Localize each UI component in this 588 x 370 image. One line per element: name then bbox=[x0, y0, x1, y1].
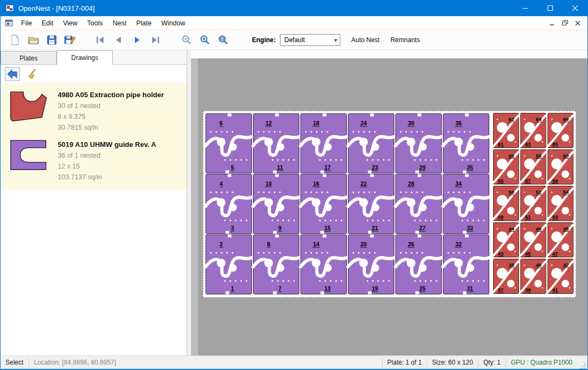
panel-splitter[interactable] bbox=[187, 50, 191, 355]
edge-notch bbox=[320, 231, 324, 234]
drill-hole bbox=[232, 192, 234, 193]
nested-part-pair-purple[interactable]: 21 bbox=[206, 235, 252, 294]
drill-hole bbox=[469, 252, 471, 254]
nested-part-pair-red[interactable]: 4847 bbox=[548, 223, 573, 257]
drill-hole bbox=[224, 280, 226, 282]
remnants-button[interactable]: Remnants bbox=[391, 36, 420, 44]
plate-svg[interactable]: 6512111817242330293635431091615222128273… bbox=[203, 111, 576, 297]
nested-part-pair-purple[interactable]: 109 bbox=[253, 174, 299, 234]
nested-part-pair-purple[interactable]: 1615 bbox=[300, 174, 347, 234]
drill-hole bbox=[221, 252, 223, 254]
part-number: 41 bbox=[552, 287, 558, 293]
nested-part-pair-red[interactable]: 6261 bbox=[494, 113, 519, 148]
part-number: 58 bbox=[536, 153, 542, 159]
save-button[interactable] bbox=[43, 32, 61, 48]
nav-next-button[interactable] bbox=[128, 32, 146, 48]
nested-part-pair-red[interactable]: 5453 bbox=[548, 186, 573, 221]
nested-part-pair-red[interactable]: 5049 bbox=[494, 186, 519, 221]
nested-part-pair-purple[interactable]: 87 bbox=[253, 235, 299, 294]
nested-part-pair-red[interactable]: 5857 bbox=[521, 150, 546, 184]
nested-part-pair-red[interactable]: 5655 bbox=[494, 150, 519, 184]
nested-part-pair-purple[interactable]: 1211 bbox=[253, 114, 299, 173]
nav-previous-button[interactable] bbox=[110, 32, 128, 48]
nav-first-button[interactable] bbox=[91, 32, 110, 48]
edge-notch bbox=[323, 235, 326, 238]
plate[interactable]: 6512111817242330293635431091615222128273… bbox=[203, 111, 576, 298]
nested-part-pair-red[interactable]: 4039 bbox=[521, 259, 546, 294]
menu-item-nest[interactable]: Nest bbox=[108, 19, 132, 27]
mdi-minimize-button[interactable] bbox=[545, 18, 558, 29]
nested-part-pair-red[interactable]: 3837 bbox=[494, 259, 519, 294]
cutout bbox=[359, 198, 368, 207]
part-pair-body bbox=[396, 114, 442, 173]
nav-last-button[interactable] bbox=[146, 32, 165, 48]
mdi-close-button[interactable] bbox=[571, 18, 584, 29]
import-drawing-button[interactable] bbox=[5, 67, 20, 81]
drill-hole bbox=[551, 192, 552, 193]
auto-nest-button[interactable]: Auto Nest bbox=[351, 36, 380, 44]
menu-item-view[interactable]: View bbox=[58, 19, 83, 27]
nested-part-pair-purple[interactable]: 2019 bbox=[348, 235, 394, 294]
drawing-item[interactable]: 5019 A10 UHMW guide Rev. A 36 of 1 neste… bbox=[1, 135, 187, 185]
cutout bbox=[324, 204, 332, 211]
menu-item-tools[interactable]: Tools bbox=[83, 19, 108, 27]
new-file-button[interactable] bbox=[6, 32, 24, 48]
nested-part-pair-red[interactable]: 6059 bbox=[548, 150, 573, 184]
minimize-button[interactable] bbox=[513, 0, 538, 16]
drill-hole bbox=[230, 159, 231, 161]
part-number: 59 bbox=[552, 178, 558, 184]
nested-part-pair-purple[interactable]: 2625 bbox=[395, 235, 442, 294]
drill-hole bbox=[372, 220, 374, 221]
clear-drawings-button[interactable] bbox=[25, 67, 40, 81]
drill-hole bbox=[227, 192, 228, 193]
drill-hole bbox=[364, 252, 365, 254]
maximize-button[interactable] bbox=[538, 0, 563, 16]
part-number: 8 bbox=[267, 241, 270, 247]
nested-part-pair-purple[interactable]: 2423 bbox=[348, 114, 394, 173]
edge-notch bbox=[320, 292, 324, 294]
drawing-item[interactable]: 4980 A05 Extraction pipe holder 30 of 1 … bbox=[1, 85, 187, 135]
tab-drawings[interactable]: Drawings bbox=[57, 50, 113, 65]
nested-part-pair-purple[interactable]: 3635 bbox=[443, 114, 489, 173]
nested-part-pair-red[interactable]: 6463 bbox=[521, 113, 546, 148]
nested-part-pair-purple[interactable]: 1817 bbox=[300, 114, 347, 173]
cutout bbox=[217, 198, 225, 207]
drill-hole bbox=[497, 119, 498, 120]
menu-item-plate[interactable]: Plate bbox=[131, 19, 156, 27]
nested-part-pair-purple[interactable]: 3433 bbox=[443, 174, 489, 234]
menu-item-file[interactable]: File bbox=[16, 19, 37, 27]
part-number: 64 bbox=[536, 116, 542, 122]
drill-hole bbox=[430, 159, 432, 161]
drill-hole bbox=[497, 155, 498, 156]
zoom-fit-button[interactable] bbox=[214, 32, 233, 48]
edge-notch bbox=[418, 174, 421, 177]
zoom-out-button[interactable] bbox=[177, 32, 196, 48]
mdi-restore-button[interactable] bbox=[558, 18, 571, 29]
nested-part-pair-purple[interactable]: 65 bbox=[206, 114, 252, 173]
nested-part-pair-purple[interactable]: 2221 bbox=[348, 174, 394, 234]
engine-select[interactable]: Default ▾ bbox=[280, 34, 340, 46]
drill-hole bbox=[305, 252, 307, 254]
nested-part-pair-purple[interactable]: 3029 bbox=[395, 114, 442, 173]
nested-part-pair-purple[interactable]: 2827 bbox=[395, 174, 442, 234]
open-file-button[interactable] bbox=[24, 32, 43, 48]
nested-part-pair-red[interactable]: 4645 bbox=[521, 223, 546, 257]
nested-part-pair-purple[interactable]: 43 bbox=[206, 174, 252, 234]
nested-part-pair-red[interactable]: 6665 bbox=[548, 113, 573, 148]
zoom-in-button[interactable] bbox=[196, 32, 214, 48]
resize-grip[interactable] bbox=[577, 356, 587, 369]
close-button[interactable] bbox=[563, 0, 587, 16]
menu-item-window[interactable]: Window bbox=[156, 19, 190, 27]
menu-item-edit[interactable]: Edit bbox=[37, 19, 58, 27]
nested-part-pair-red[interactable]: 4241 bbox=[548, 259, 573, 294]
save-as-button[interactable] bbox=[61, 32, 79, 48]
part-number: 40 bbox=[536, 262, 542, 268]
nested-part-pair-red[interactable]: 4443 bbox=[494, 223, 519, 257]
drill-hole bbox=[411, 252, 413, 254]
part-number: 27 bbox=[419, 225, 426, 231]
tab-plates[interactable]: Plates bbox=[1, 51, 57, 64]
nested-part-pair-red[interactable]: 5251 bbox=[521, 186, 546, 221]
nest-canvas[interactable]: 6512111817242330293635431091615222128273… bbox=[191, 50, 587, 355]
nested-part-pair-purple[interactable]: 1413 bbox=[300, 235, 347, 294]
nested-part-pair-purple[interactable]: 3231 bbox=[443, 235, 489, 294]
